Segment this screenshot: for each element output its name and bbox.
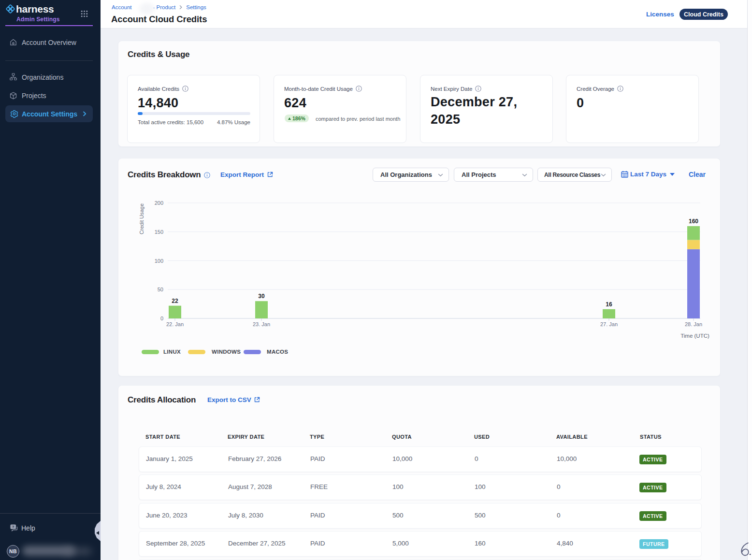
svg-text:100: 100 bbox=[155, 258, 163, 264]
svg-text:LINUX: LINUX bbox=[163, 349, 181, 355]
svg-text:?: ? bbox=[12, 525, 14, 529]
svg-text:30: 30 bbox=[258, 293, 265, 300]
svg-text:28. Jan: 28. Jan bbox=[685, 321, 702, 327]
svg-text:22. Jan: 22. Jan bbox=[166, 321, 184, 327]
svg-text:Credit Usage: Credit Usage bbox=[139, 203, 145, 234]
svg-text:50: 50 bbox=[158, 287, 163, 292]
svg-text:16: 16 bbox=[606, 301, 612, 308]
svg-text:0: 0 bbox=[160, 316, 163, 321]
svg-text:MACOS: MACOS bbox=[267, 349, 288, 355]
svg-text:22: 22 bbox=[172, 298, 178, 304]
svg-text:160: 160 bbox=[689, 218, 698, 225]
svg-text:150: 150 bbox=[155, 229, 163, 235]
svg-text:Time (UTC): Time (UTC) bbox=[680, 333, 709, 339]
svg-text:23. Jan: 23. Jan bbox=[253, 321, 270, 327]
svg-text:WINDOWS: WINDOWS bbox=[212, 349, 241, 355]
svg-text:27. Jan: 27. Jan bbox=[600, 321, 618, 327]
svg-text:200: 200 bbox=[155, 200, 163, 206]
